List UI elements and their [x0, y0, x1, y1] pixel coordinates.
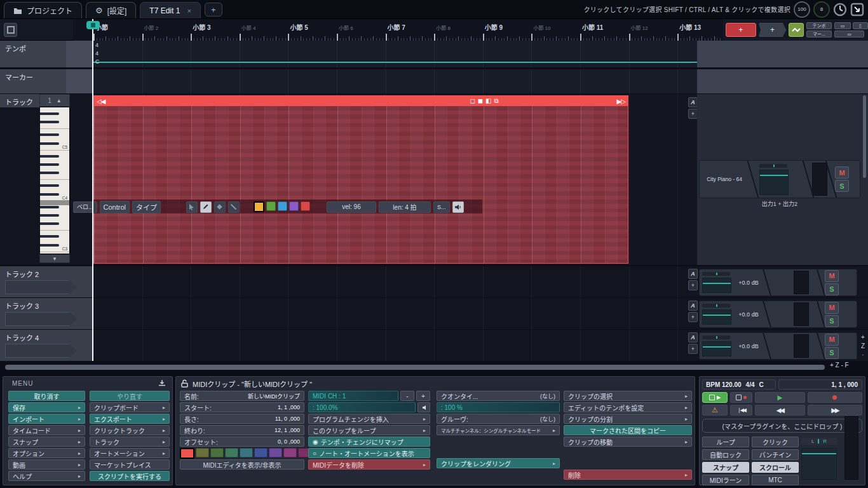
audition-speaker-button[interactable] — [417, 402, 430, 412]
add-lane-button[interactable]: + — [688, 312, 698, 322]
pencil-tool-icon[interactable] — [200, 201, 212, 213]
mute-button[interactable]: M — [825, 270, 839, 282]
clip-field[interactable]: スタート:1, 1 ,000 — [180, 402, 304, 412]
transport-toggle[interactable]: ループ — [702, 437, 749, 447]
gain-label[interactable]: +0.0 dB — [734, 343, 763, 349]
resize-icon[interactable] — [850, 3, 864, 17]
quantize-amount-display[interactable]: : 100 % — [437, 402, 560, 412]
clip-action-button[interactable]: ◉テンポ・チェンジにリマップ — [308, 437, 430, 447]
black-key[interactable] — [40, 112, 59, 115]
transport-toggle[interactable]: スクロール — [752, 462, 799, 473]
clip-color-swatch[interactable] — [254, 448, 268, 458]
clip-mode-icon[interactable]: ⧉ — [494, 97, 498, 105]
marker-lane-area[interactable] — [93, 69, 697, 93]
select-tool-icon[interactable] — [186, 201, 198, 213]
view-toggle-3[interactable]: ▭ — [834, 30, 864, 37]
multichannel-button[interactable]: マルチチャンネル：シングルチャンネルモード▸ — [437, 425, 560, 435]
download-icon[interactable] — [158, 379, 166, 387]
add-lane-button[interactable]: + — [688, 280, 698, 290]
note-color-swatch[interactable] — [254, 201, 264, 212]
play-button[interactable]: ▶ — [755, 392, 805, 403]
clip-field[interactable]: 名前:新しいMIDIクリップ — [180, 391, 304, 401]
render-clip-button[interactable]: クリップをレンダリング▸ — [437, 458, 560, 468]
black-key[interactable] — [40, 163, 59, 166]
clip-loop-start-icons[interactable]: ◁◀ — [94, 98, 105, 105]
fader-block[interactable] — [757, 161, 791, 198]
volume-fader[interactable] — [759, 170, 789, 195]
automation-wave-button[interactable] — [789, 23, 804, 37]
clip-action-button[interactable]: このクリップをループ▸ — [308, 425, 430, 435]
midi-clip-header[interactable]: ◁◀ ◻◼◧⧉ ▶▷ — [94, 96, 628, 106]
menu-button[interactable]: ヘルプ▸ — [8, 471, 85, 481]
forward-button[interactable]: ▶▶ — [808, 405, 862, 416]
stereo-balance[interactable]: L R — [801, 438, 837, 445]
clip-action-button[interactable]: エディットのテンポを設定▸ — [564, 402, 692, 412]
velocity-value-button[interactable]: vel: 96 — [327, 201, 376, 213]
clip-action-button[interactable]: クリップの移動▸ — [564, 437, 692, 447]
channel-minus-button[interactable]: - — [400, 391, 414, 401]
track-timeline[interactable] — [93, 330, 689, 361]
control-button[interactable]: Control — [100, 201, 130, 214]
gain-label[interactable]: +0.0 dB — [734, 311, 763, 318]
menu-button[interactable]: オプション▸ — [8, 448, 85, 458]
clip-color-swatch[interactable] — [283, 448, 297, 458]
clip-field[interactable]: 終わり:12, 1 ,000 — [180, 425, 304, 435]
speaker-icon[interactable] — [452, 201, 464, 213]
note-color-swatch[interactable] — [278, 201, 287, 211]
add-lane-button[interactable]: + — [688, 344, 698, 354]
transport-toggle[interactable]: 自動ロック — [702, 449, 749, 460]
add-lane-button[interactable]: + — [759, 23, 787, 37]
clip-action-button[interactable]: MIDIデータを削除▸ — [308, 459, 430, 470]
solo-button[interactable]: S — [825, 315, 839, 327]
fader-block[interactable] — [700, 301, 734, 327]
menu-button[interactable]: トラック▸ — [90, 437, 170, 447]
clip-field[interactable]: 長さ:11, 0 ,000 — [180, 414, 304, 424]
loop-record-button[interactable] — [730, 392, 752, 403]
black-key[interactable] — [40, 206, 59, 208]
ruler-measure-label[interactable]: 小節 9 — [485, 22, 503, 32]
master-fader[interactable] — [801, 448, 837, 480]
clip-action-button[interactable]: プログラムチェンジを挿入▸ — [308, 414, 430, 424]
zoom-v-item[interactable]: + — [860, 333, 866, 342]
menu-button[interactable]: 動画▸ — [8, 459, 85, 470]
add-lane-button[interactable]: + — [688, 109, 698, 119]
black-key[interactable] — [40, 193, 59, 196]
gain-label[interactable]: +0.0 dB — [734, 280, 763, 286]
track-timeline[interactable] — [93, 266, 689, 297]
menu-button[interactable]: 取り消す — [8, 391, 85, 401]
clip-color-swatch[interactable] — [180, 448, 194, 459]
automation-button[interactable]: A — [688, 332, 698, 342]
track-timeline[interactable] — [93, 298, 689, 329]
clip-display-mode-icons[interactable]: ◻◼◧⧉ — [470, 97, 498, 105]
black-key[interactable] — [40, 235, 59, 238]
ruler-measure-label[interactable]: 小節 6 — [339, 24, 353, 31]
menu-button[interactable]: インポート▸ — [8, 414, 85, 424]
tempo-lane-header[interactable]: テンポ — [0, 41, 66, 67]
clip-color-swatch[interactable] — [269, 448, 282, 458]
tab-close-icon[interactable]: × — [187, 7, 191, 15]
note-color-swatch[interactable] — [266, 201, 276, 211]
tab-edit[interactable]: T7 Edit 1 × — [140, 2, 200, 18]
volume-fader[interactable] — [702, 309, 731, 325]
black-key[interactable] — [40, 222, 59, 225]
midi-channel-display[interactable]: MIDI CH : 1 — [308, 391, 398, 401]
menu-button[interactable]: エクスポート▸ — [90, 414, 170, 424]
black-key[interactable] — [40, 155, 59, 158]
tempo-lane-area[interactable]: 44C — [93, 41, 697, 67]
bpm-display[interactable]: BPM 120.00 4/4 C — [702, 379, 776, 390]
ruler-measure-label[interactable]: 小節 2 — [144, 24, 159, 31]
zoom-controls-horizontal[interactable]: + Z - F — [830, 362, 849, 369]
fader-block[interactable] — [700, 269, 734, 295]
ruler-measure-label[interactable]: 小節 11 — [582, 22, 603, 32]
clip-action-button[interactable]: ○ノート・オートメーションを表示 — [308, 448, 430, 458]
warning-button[interactable]: ⚠ — [702, 405, 728, 416]
menu-button[interactable]: オートメーション▸ — [90, 448, 170, 458]
ruler-measure-label[interactable]: 小節 3 — [193, 22, 210, 32]
midi-clip-body[interactable] — [94, 106, 628, 263]
menu-button[interactable]: やり直す — [90, 391, 170, 401]
track-1-header[interactable]: トラック — [0, 94, 39, 107]
master-plugin-drop-area[interactable]: (マスタープラグインを、ここにドロップ ) — [702, 419, 862, 433]
solo-button[interactable]: S — [825, 347, 839, 359]
groove-button[interactable]: グルーヴ:(なし) — [437, 414, 560, 424]
transport-toggle[interactable]: MTC — [752, 475, 799, 485]
